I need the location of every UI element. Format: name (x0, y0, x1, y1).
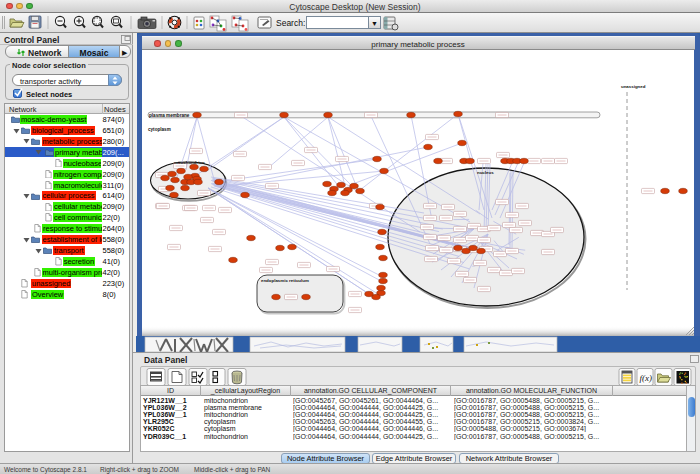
svg-text:cytoplasm: cytoplasm (148, 127, 171, 132)
svg-text:endoplasmic reticulum: endoplasmic reticulum (261, 277, 309, 282)
svg-text:f(x): f(x) (640, 373, 653, 383)
svg-text:nucleus: nucleus (477, 170, 494, 175)
svg-text:unassigned: unassigned (621, 84, 646, 89)
svg-text:plasma membrane: plasma membrane (149, 112, 190, 117)
svg-text:mitochondrion: mitochondrion (174, 160, 205, 165)
